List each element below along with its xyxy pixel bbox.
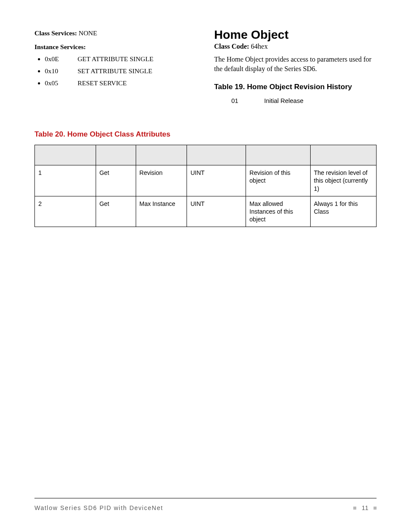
right-column: Home Object Class Code: 64hex The Home O… (214, 28, 377, 104)
class-code-value: 64hex (251, 43, 268, 50)
service-code: 0x05 (45, 78, 76, 88)
table20-header-cell (96, 145, 136, 165)
service-code: 0x10 (45, 66, 76, 76)
table20-header-row (35, 145, 377, 165)
instance-services-label: Instance Services: (34, 42, 197, 52)
attr-id: 1 (35, 165, 96, 196)
table20-header-cell (136, 145, 187, 165)
two-column-layout: Class Services: NONE Instance Services: … (34, 28, 377, 104)
service-name: SET ATTRIBUTE SINGLE (78, 67, 153, 75)
class-services-value: NONE (78, 29, 97, 37)
service-item: 0x05 RESET SERVICE (45, 78, 197, 88)
class-code-label: Class Code: (214, 43, 249, 50)
attr-access: Get (96, 165, 136, 196)
service-name: RESET SERVICE (78, 79, 127, 87)
service-name: GET ATTRIBUTE SINGLE (78, 55, 153, 62)
table20-header-cell (310, 145, 377, 165)
attr-name: Revision (136, 165, 187, 196)
attr-desc: Max allowed Instances of this object (246, 196, 310, 227)
table20-header-cell (35, 145, 96, 165)
attr-type: UINT (187, 196, 246, 227)
revision-text: Initial Release (264, 97, 303, 104)
home-object-description: The Home Object provides access to param… (214, 55, 377, 73)
revision-history-row: 01 Initial Release (214, 97, 377, 104)
table20-title: Table 20. Home Object Class Attributes (34, 130, 377, 139)
table20-header-cell (187, 145, 246, 165)
table20: 1 Get Revision UINT Revision of this obj… (34, 145, 377, 227)
revision-number: 01 (231, 97, 238, 104)
attr-type: UINT (187, 165, 246, 196)
table-row: 2 Get Max Instance UINT Max allowed Inst… (35, 196, 377, 227)
attr-id: 2 (35, 196, 96, 227)
square-icon (353, 507, 356, 510)
attr-access: Get (96, 196, 136, 227)
service-code: 0x0E (45, 54, 76, 64)
footer-title: Watlow Series SD6 PID with DeviceNet (34, 504, 163, 511)
class-services-line: Class Services: NONE (34, 28, 197, 38)
attr-name: Max Instance (136, 196, 187, 227)
home-object-heading: Home Object (214, 28, 377, 42)
attr-desc: Revision of this object (246, 165, 310, 196)
footer-page: 11 (353, 504, 377, 511)
table-row: 1 Get Revision UINT Revision of this obj… (35, 165, 377, 196)
page-number: 11 (361, 504, 368, 511)
instance-services-list: 0x0E GET ATTRIBUTE SINGLE 0x10 SET ATTRI… (34, 54, 197, 88)
class-services-label: Class Services: (34, 29, 77, 37)
class-code-line: Class Code: 64hex (214, 43, 377, 50)
page-footer: Watlow Series SD6 PID with DeviceNet 11 (34, 498, 377, 511)
left-column: Class Services: NONE Instance Services: … (34, 28, 197, 104)
attr-sem: The revision level of this object (curre… (310, 165, 377, 196)
service-item: 0x0E GET ATTRIBUTE SINGLE (45, 54, 197, 64)
attr-sem: Always 1 for this Class (310, 196, 377, 227)
document-page: Class Services: NONE Instance Services: … (0, 0, 411, 227)
service-item: 0x10 SET ATTRIBUTE SINGLE (45, 66, 197, 76)
table20-header-cell (246, 145, 310, 165)
table19-title: Table 19. Home Object Revision History (214, 83, 377, 91)
square-icon (374, 507, 377, 510)
